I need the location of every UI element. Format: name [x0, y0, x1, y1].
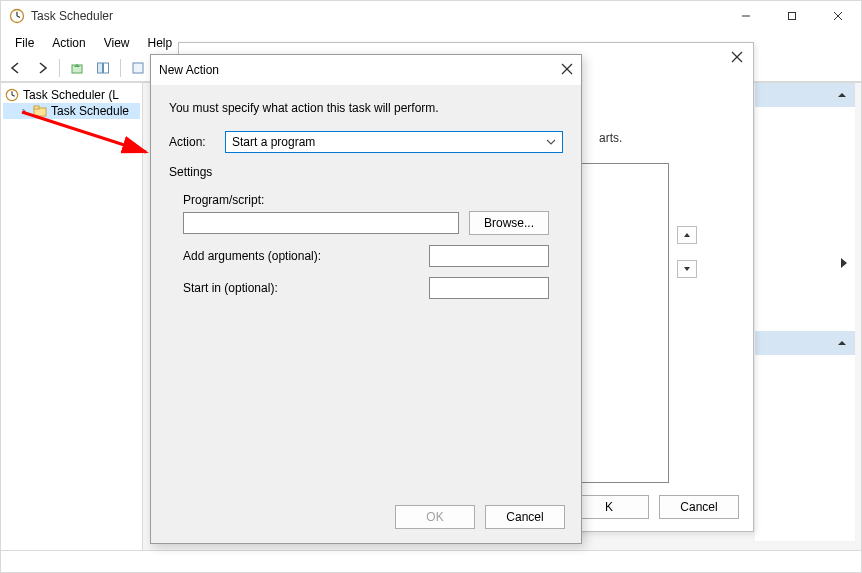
actions-header[interactable] [755, 83, 855, 107]
program-label: Program/script: [183, 193, 264, 207]
arguments-input[interactable] [429, 245, 549, 267]
menu-view[interactable]: View [96, 33, 138, 53]
program-input[interactable] [183, 212, 459, 234]
actions-pane [755, 83, 855, 541]
refresh-button[interactable] [127, 57, 149, 79]
dialog-title: New Action [159, 63, 561, 77]
dialog-close-button[interactable] [561, 63, 573, 78]
wizard-close-button[interactable] [731, 51, 743, 66]
close-button[interactable] [815, 1, 861, 31]
action-row: Action: Start a program [169, 131, 563, 153]
tree-child-label: Task Schedule [51, 104, 129, 118]
wizard-up-button[interactable] [677, 226, 697, 244]
svg-rect-10 [133, 63, 143, 73]
clock-icon [9, 8, 25, 24]
maximize-button[interactable] [769, 1, 815, 31]
menu-action[interactable]: Action [44, 33, 93, 53]
dialog-footer: OK Cancel [151, 495, 581, 543]
action-dropdown-value: Start a program [232, 135, 315, 149]
arguments-label: Add arguments (optional): [183, 249, 419, 263]
titlebar: Task Scheduler [1, 1, 861, 31]
tree-pane: Task Scheduler (L › Task Schedule [1, 83, 143, 550]
dialog-header: New Action [151, 55, 581, 85]
wizard-fragment-text: arts. [599, 131, 622, 145]
action-label: Action: [169, 135, 215, 149]
chevron-up-icon [837, 90, 847, 100]
wizard-updown [677, 226, 697, 294]
back-button[interactable] [5, 57, 27, 79]
window-title: Task Scheduler [31, 9, 723, 23]
statusbar [1, 550, 861, 572]
forward-button[interactable] [31, 57, 53, 79]
svg-rect-15 [34, 106, 39, 109]
startin-label: Start in (optional): [183, 281, 419, 295]
dialog-body: You must specify what action this task w… [151, 85, 581, 495]
browse-button[interactable]: Browse... [469, 211, 549, 235]
actions-subheader[interactable] [755, 331, 855, 355]
toolbar-separator [59, 59, 60, 77]
chevron-right-icon: › [19, 104, 29, 118]
wizard-down-button[interactable] [677, 260, 697, 278]
cancel-button[interactable]: Cancel [485, 505, 565, 529]
startin-input[interactable] [429, 277, 549, 299]
expand-arrow-icon[interactable] [839, 257, 849, 272]
settings-label: Settings [169, 165, 563, 179]
svg-rect-4 [789, 13, 796, 20]
chevron-down-icon [546, 136, 556, 150]
svg-rect-8 [98, 63, 103, 73]
folder-icon [33, 105, 47, 117]
toolbar-separator [120, 59, 121, 77]
menu-help[interactable]: Help [140, 33, 181, 53]
minimize-button[interactable] [723, 1, 769, 31]
tree-root[interactable]: Task Scheduler (L [3, 87, 140, 103]
window-buttons [723, 1, 861, 31]
tree-root-label: Task Scheduler (L [23, 88, 119, 102]
tree-child[interactable]: › Task Schedule [3, 103, 140, 119]
clock-icon [5, 88, 19, 102]
ok-button[interactable]: OK [395, 505, 475, 529]
settings-box: Program/script: Browse... Add arguments … [169, 189, 563, 313]
menu-file[interactable]: File [7, 33, 42, 53]
svg-rect-9 [104, 63, 109, 73]
chevron-up-icon [837, 338, 847, 348]
up-button[interactable] [66, 57, 88, 79]
dialog-message: You must specify what action this task w… [169, 101, 563, 115]
show-hide-button[interactable] [92, 57, 114, 79]
action-dropdown[interactable]: Start a program [225, 131, 563, 153]
wizard-cancel-button[interactable]: Cancel [659, 495, 739, 519]
new-action-dialog: New Action You must specify what action … [150, 54, 582, 544]
